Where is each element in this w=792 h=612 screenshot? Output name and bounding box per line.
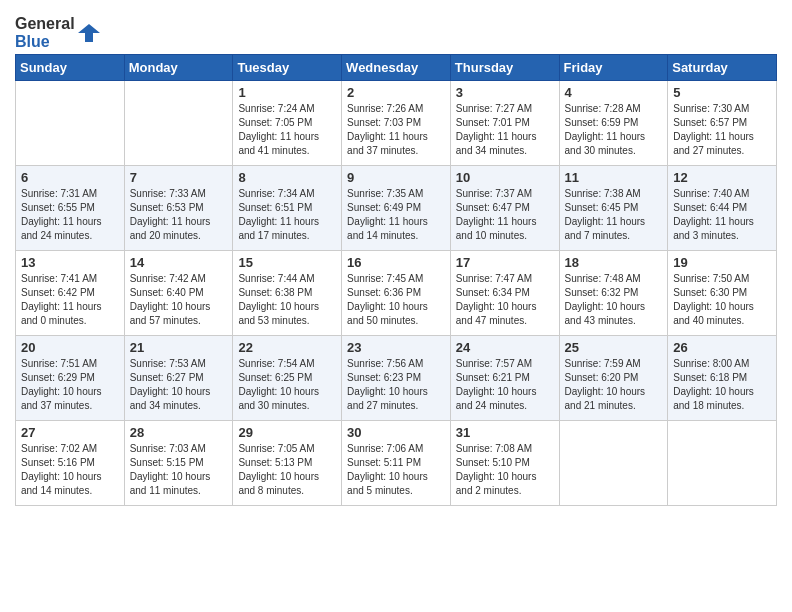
calendar-cell (124, 81, 233, 166)
weekday-header-thursday: Thursday (450, 55, 559, 81)
calendar-cell: 22Sunrise: 7:54 AMSunset: 6:25 PMDayligh… (233, 336, 342, 421)
day-number: 19 (673, 255, 771, 270)
day-info: Sunrise: 7:59 AMSunset: 6:20 PMDaylight:… (565, 357, 663, 413)
calendar-cell: 2Sunrise: 7:26 AMSunset: 7:03 PMDaylight… (342, 81, 451, 166)
day-info: Sunrise: 7:30 AMSunset: 6:57 PMDaylight:… (673, 102, 771, 158)
calendar-week-5: 27Sunrise: 7:02 AMSunset: 5:16 PMDayligh… (16, 421, 777, 506)
day-info: Sunrise: 7:33 AMSunset: 6:53 PMDaylight:… (130, 187, 228, 243)
calendar-cell: 21Sunrise: 7:53 AMSunset: 6:27 PMDayligh… (124, 336, 233, 421)
weekday-header-friday: Friday (559, 55, 668, 81)
calendar-cell: 17Sunrise: 7:47 AMSunset: 6:34 PMDayligh… (450, 251, 559, 336)
calendar-cell: 14Sunrise: 7:42 AMSunset: 6:40 PMDayligh… (124, 251, 233, 336)
weekday-header-tuesday: Tuesday (233, 55, 342, 81)
day-number: 6 (21, 170, 119, 185)
day-info: Sunrise: 7:56 AMSunset: 6:23 PMDaylight:… (347, 357, 445, 413)
weekday-header-row: SundayMondayTuesdayWednesdayThursdayFrid… (16, 55, 777, 81)
day-info: Sunrise: 7:02 AMSunset: 5:16 PMDaylight:… (21, 442, 119, 498)
calendar-cell: 9Sunrise: 7:35 AMSunset: 6:49 PMDaylight… (342, 166, 451, 251)
day-info: Sunrise: 7:34 AMSunset: 6:51 PMDaylight:… (238, 187, 336, 243)
day-info: Sunrise: 7:06 AMSunset: 5:11 PMDaylight:… (347, 442, 445, 498)
calendar-cell: 12Sunrise: 7:40 AMSunset: 6:44 PMDayligh… (668, 166, 777, 251)
calendar-cell: 7Sunrise: 7:33 AMSunset: 6:53 PMDaylight… (124, 166, 233, 251)
day-info: Sunrise: 7:50 AMSunset: 6:30 PMDaylight:… (673, 272, 771, 328)
calendar-cell: 24Sunrise: 7:57 AMSunset: 6:21 PMDayligh… (450, 336, 559, 421)
calendar-week-2: 6Sunrise: 7:31 AMSunset: 6:55 PMDaylight… (16, 166, 777, 251)
calendar-cell: 18Sunrise: 7:48 AMSunset: 6:32 PMDayligh… (559, 251, 668, 336)
calendar-cell: 3Sunrise: 7:27 AMSunset: 7:01 PMDaylight… (450, 81, 559, 166)
day-info: Sunrise: 7:45 AMSunset: 6:36 PMDaylight:… (347, 272, 445, 328)
day-info: Sunrise: 7:24 AMSunset: 7:05 PMDaylight:… (238, 102, 336, 158)
day-number: 2 (347, 85, 445, 100)
calendar-cell: 19Sunrise: 7:50 AMSunset: 6:30 PMDayligh… (668, 251, 777, 336)
calendar-table: SundayMondayTuesdayWednesdayThursdayFrid… (15, 54, 777, 506)
day-number: 3 (456, 85, 554, 100)
day-info: Sunrise: 7:26 AMSunset: 7:03 PMDaylight:… (347, 102, 445, 158)
day-number: 7 (130, 170, 228, 185)
day-number: 16 (347, 255, 445, 270)
weekday-header-saturday: Saturday (668, 55, 777, 81)
day-number: 1 (238, 85, 336, 100)
calendar-cell (16, 81, 125, 166)
day-info: Sunrise: 7:27 AMSunset: 7:01 PMDaylight:… (456, 102, 554, 158)
day-number: 21 (130, 340, 228, 355)
day-info: Sunrise: 8:00 AMSunset: 6:18 PMDaylight:… (673, 357, 771, 413)
day-info: Sunrise: 7:31 AMSunset: 6:55 PMDaylight:… (21, 187, 119, 243)
day-info: Sunrise: 7:40 AMSunset: 6:44 PMDaylight:… (673, 187, 771, 243)
day-info: Sunrise: 7:38 AMSunset: 6:45 PMDaylight:… (565, 187, 663, 243)
day-number: 29 (238, 425, 336, 440)
day-number: 10 (456, 170, 554, 185)
calendar-cell: 29Sunrise: 7:05 AMSunset: 5:13 PMDayligh… (233, 421, 342, 506)
svg-marker-0 (78, 24, 100, 42)
day-number: 11 (565, 170, 663, 185)
calendar-cell: 15Sunrise: 7:44 AMSunset: 6:38 PMDayligh… (233, 251, 342, 336)
calendar-cell: 4Sunrise: 7:28 AMSunset: 6:59 PMDaylight… (559, 81, 668, 166)
calendar-cell: 27Sunrise: 7:02 AMSunset: 5:16 PMDayligh… (16, 421, 125, 506)
calendar-cell: 28Sunrise: 7:03 AMSunset: 5:15 PMDayligh… (124, 421, 233, 506)
day-info: Sunrise: 7:41 AMSunset: 6:42 PMDaylight:… (21, 272, 119, 328)
day-number: 5 (673, 85, 771, 100)
calendar-cell: 16Sunrise: 7:45 AMSunset: 6:36 PMDayligh… (342, 251, 451, 336)
logo: General Blue (15, 15, 100, 50)
day-info: Sunrise: 7:54 AMSunset: 6:25 PMDaylight:… (238, 357, 336, 413)
calendar-cell: 1Sunrise: 7:24 AMSunset: 7:05 PMDaylight… (233, 81, 342, 166)
day-info: Sunrise: 7:44 AMSunset: 6:38 PMDaylight:… (238, 272, 336, 328)
day-number: 24 (456, 340, 554, 355)
calendar-cell: 10Sunrise: 7:37 AMSunset: 6:47 PMDayligh… (450, 166, 559, 251)
calendar-cell: 5Sunrise: 7:30 AMSunset: 6:57 PMDaylight… (668, 81, 777, 166)
weekday-header-wednesday: Wednesday (342, 55, 451, 81)
calendar-cell (668, 421, 777, 506)
calendar-cell: 8Sunrise: 7:34 AMSunset: 6:51 PMDaylight… (233, 166, 342, 251)
day-number: 17 (456, 255, 554, 270)
weekday-header-monday: Monday (124, 55, 233, 81)
calendar-cell: 25Sunrise: 7:59 AMSunset: 6:20 PMDayligh… (559, 336, 668, 421)
day-info: Sunrise: 7:35 AMSunset: 6:49 PMDaylight:… (347, 187, 445, 243)
day-info: Sunrise: 7:28 AMSunset: 6:59 PMDaylight:… (565, 102, 663, 158)
day-number: 9 (347, 170, 445, 185)
day-info: Sunrise: 7:08 AMSunset: 5:10 PMDaylight:… (456, 442, 554, 498)
day-info: Sunrise: 7:37 AMSunset: 6:47 PMDaylight:… (456, 187, 554, 243)
calendar-cell: 30Sunrise: 7:06 AMSunset: 5:11 PMDayligh… (342, 421, 451, 506)
day-info: Sunrise: 7:57 AMSunset: 6:21 PMDaylight:… (456, 357, 554, 413)
day-number: 31 (456, 425, 554, 440)
calendar-week-4: 20Sunrise: 7:51 AMSunset: 6:29 PMDayligh… (16, 336, 777, 421)
calendar-week-1: 1Sunrise: 7:24 AMSunset: 7:05 PMDaylight… (16, 81, 777, 166)
day-info: Sunrise: 7:53 AMSunset: 6:27 PMDaylight:… (130, 357, 228, 413)
day-info: Sunrise: 7:03 AMSunset: 5:15 PMDaylight:… (130, 442, 228, 498)
day-number: 22 (238, 340, 336, 355)
logo-blue: Blue (15, 33, 75, 51)
calendar-cell: 31Sunrise: 7:08 AMSunset: 5:10 PMDayligh… (450, 421, 559, 506)
calendar-cell: 13Sunrise: 7:41 AMSunset: 6:42 PMDayligh… (16, 251, 125, 336)
day-number: 26 (673, 340, 771, 355)
day-number: 28 (130, 425, 228, 440)
calendar-cell: 26Sunrise: 8:00 AMSunset: 6:18 PMDayligh… (668, 336, 777, 421)
day-number: 23 (347, 340, 445, 355)
logo-general: General (15, 15, 75, 33)
logo-bird-icon (78, 22, 100, 44)
day-number: 14 (130, 255, 228, 270)
day-info: Sunrise: 7:42 AMSunset: 6:40 PMDaylight:… (130, 272, 228, 328)
day-number: 30 (347, 425, 445, 440)
calendar-cell: 23Sunrise: 7:56 AMSunset: 6:23 PMDayligh… (342, 336, 451, 421)
weekday-header-sunday: Sunday (16, 55, 125, 81)
calendar-cell (559, 421, 668, 506)
day-number: 12 (673, 170, 771, 185)
